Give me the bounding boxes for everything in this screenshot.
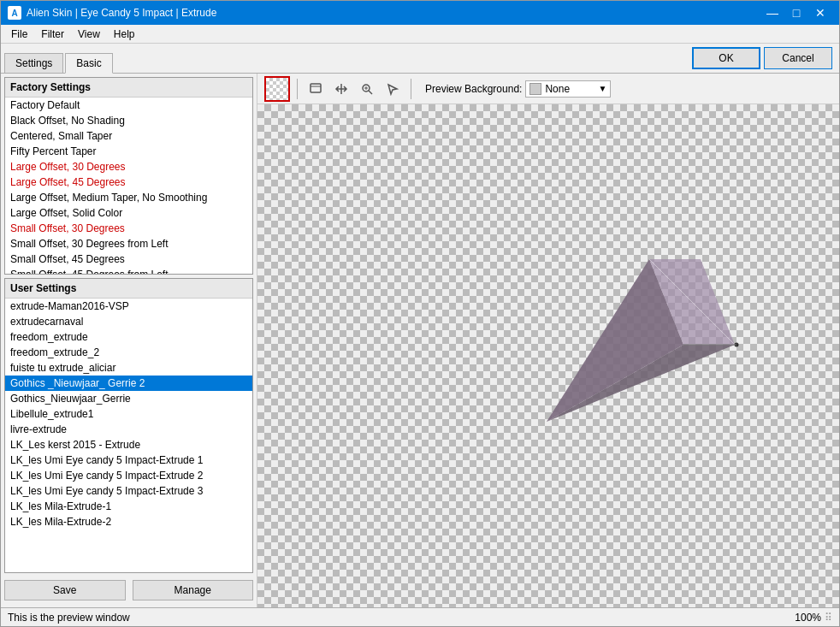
user-settings-list: extrude-Maman2016-VSP extrudecarnaval fr…: [5, 299, 252, 572]
list-item[interactable]: Small Offset, 30 Degrees: [5, 221, 252, 236]
save-button[interactable]: Save: [4, 580, 126, 600]
list-item[interactable]: Large Offset, Medium Taper, No Smoothing: [5, 190, 252, 205]
status-text: This is the preview window: [8, 612, 795, 624]
main-window: A Alien Skin | Eye Candy 5 Impact | Extr…: [0, 0, 840, 627]
list-item[interactable]: Gothics_Nieuwjaar_Gerrie: [5, 391, 252, 406]
zoom-level: 100%: [795, 612, 821, 624]
list-item[interactable]: Libellule_extrude1: [5, 406, 252, 422]
factory-settings-container: Factory Settings Factory Default Black O…: [4, 77, 253, 275]
list-item[interactable]: freedom_extrude: [5, 329, 252, 345]
list-item[interactable]: extrude-Maman2016-VSP: [5, 299, 252, 314]
user-settings-container: User Settings extrude-Maman2016-VSP extr…: [4, 278, 253, 573]
close-button[interactable]: ✕: [808, 1, 832, 25]
tabs-bar: Settings Basic: [1, 50, 685, 73]
window-title: Alien Skin | Eye Candy 5 Impact | Extrud…: [27, 7, 760, 19]
preview-bg-value: None: [545, 83, 570, 95]
list-item[interactable]: LK_les Mila-Extrude-2: [5, 514, 252, 529]
list-item[interactable]: Large Offset, Solid Color: [5, 205, 252, 221]
preview-bg-label: Preview Background:: [425, 83, 522, 95]
resize-grip-icon: ⠿: [825, 612, 832, 624]
list-item[interactable]: extrudecarnaval: [5, 314, 252, 329]
list-item[interactable]: LK_les Mila-Extrude-1: [5, 499, 252, 514]
tool-pan-button[interactable]: [330, 78, 352, 100]
list-item[interactable]: Large Offset, 30 Degrees: [5, 159, 252, 174]
preview-toolbar: Preview Background: None ▼: [257, 74, 839, 104]
list-item[interactable]: fuiste tu extrude_aliciar: [5, 360, 252, 376]
left-panel: Factory Settings Factory Default Black O…: [1, 74, 257, 607]
menu-view[interactable]: View: [71, 27, 107, 42]
preview-canvas[interactable]: [257, 104, 839, 607]
preview-bg-color-swatch: [529, 83, 541, 95]
top-buttons: OK Cancel: [685, 44, 839, 73]
app-icon: A: [8, 6, 21, 20]
preview-bg-select[interactable]: None ▼: [525, 80, 611, 98]
list-item[interactable]: LK_les Umi Eye candy 5 Impact-Extrude 3: [5, 483, 252, 499]
manage-button[interactable]: Manage: [133, 580, 254, 600]
factory-settings-header: Factory Settings: [5, 78, 252, 98]
dropdown-arrow-icon: ▼: [598, 84, 606, 93]
tab-basic[interactable]: Basic: [65, 53, 112, 74]
user-settings-header: User Settings: [5, 279, 252, 299]
svg-rect-0: [311, 84, 321, 92]
menu-file[interactable]: File: [4, 27, 34, 42]
status-bar: This is the preview window 100% ⠿: [1, 607, 839, 626]
list-item[interactable]: Large Offset, 45 Degrees: [5, 174, 252, 190]
list-item[interactable]: Fifty Percent Taper: [5, 144, 252, 159]
list-item[interactable]: LK_Les kerst 2015 - Extrude: [5, 437, 252, 453]
tab-settings[interactable]: Settings: [4, 53, 63, 73]
list-item[interactable]: LK_les Umi Eye candy 5 Impact-Extrude 2: [5, 468, 252, 483]
title-bar: A Alien Skin | Eye Candy 5 Impact | Extr…: [1, 1, 839, 25]
list-item[interactable]: Small Offset, 30 Degrees from Left: [5, 236, 252, 251]
preview-shape: [512, 234, 752, 456]
toolbar-separator-2: [411, 79, 411, 99]
list-item[interactable]: Factory Default: [5, 98, 252, 113]
main-layout: Factory Settings Factory Default Black O…: [1, 74, 839, 607]
tool-zoom-button[interactable]: [356, 78, 378, 100]
list-item[interactable]: freedom_extrude_2: [5, 345, 252, 360]
list-item[interactable]: Small Offset, 45 Degrees from Left: [5, 267, 252, 274]
cancel-button[interactable]: Cancel: [764, 47, 832, 69]
window-controls: — □ ✕: [760, 1, 832, 25]
minimize-button[interactable]: —: [760, 1, 784, 25]
menu-help[interactable]: Help: [107, 27, 142, 42]
toolbar-separator: [297, 79, 298, 99]
list-item[interactable]: Black Offset, No Shading: [5, 113, 252, 128]
preview-panel: Preview Background: None ▼: [257, 74, 839, 607]
svg-line-3: [369, 91, 372, 94]
maximize-button[interactable]: □: [784, 1, 808, 25]
list-item[interactable]: livre-extrude: [5, 422, 252, 437]
bottom-buttons: Save Manage: [4, 577, 253, 604]
list-item[interactable]: LK_les Umi Eye candy 5 Impact-Extrude 1: [5, 453, 252, 468]
preview-swatch[interactable]: [264, 76, 290, 102]
factory-settings-list: Factory Default Black Offset, No Shading…: [5, 98, 252, 274]
list-item[interactable]: Centered, Small Taper: [5, 128, 252, 144]
list-item-selected[interactable]: Gothics _Nieuwjaar_ Gerrie 2: [5, 376, 252, 391]
list-item[interactable]: Small Offset, 45 Degrees: [5, 251, 252, 267]
menu-bar: File Filter View Help: [1, 25, 839, 44]
tool-arrow-button[interactable]: [382, 78, 404, 100]
tool-select-button[interactable]: [305, 78, 327, 100]
menu-filter[interactable]: Filter: [34, 27, 71, 42]
ok-button[interactable]: OK: [692, 47, 760, 69]
